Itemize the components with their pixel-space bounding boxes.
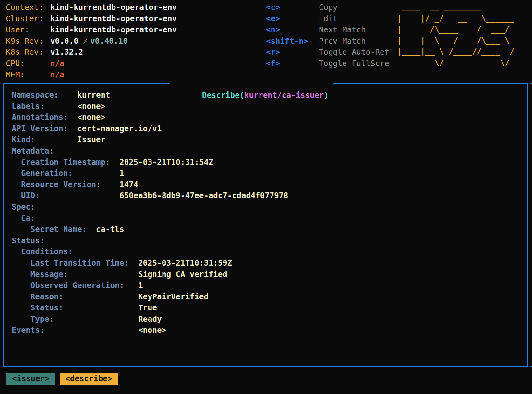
border-edge-tick-bottom xyxy=(530,366,532,367)
shortcut-toggle-autorefresh-key: <r> xyxy=(266,47,319,58)
info-row-k8s-rev: K8s Rev: v1.32.2 xyxy=(6,47,177,58)
info-row-cluster: Cluster: kind-kurrentdb-operator-env xyxy=(6,13,177,25)
describe-content: Namespace: kurrent Labels: <none> Annota… xyxy=(4,84,527,366)
describe-line-uid: UID: 650ea3b6-8db9-47ee-adc7-cdad4f07797… xyxy=(12,190,527,202)
describe-line-kind: Kind: Issuer xyxy=(12,134,527,145)
context-value: kind-kurrentdb-operator-env xyxy=(50,2,177,13)
crumb-issuer[interactable]: <issuer> xyxy=(6,373,55,385)
cpu-label: CPU: xyxy=(6,58,50,69)
shortcut-next-match-action: Next Match xyxy=(319,24,366,36)
logo-line: | | \ / /\___ \ xyxy=(397,35,514,46)
shortcut-menu: <c>Copy <e>Edit <n>Next Match <shift-n>P… xyxy=(266,2,389,69)
logo-line: \/ \/ xyxy=(397,57,514,69)
describe-line-annotations: Annotations: <none> xyxy=(12,112,527,123)
user-value: kind-kurrentdb-operator-env xyxy=(50,24,177,36)
logo-line: | /\____ / ___/ xyxy=(397,24,514,35)
describe-line-type: Type: Ready xyxy=(12,314,527,325)
shortcut-prev-match-key: <shift-n> xyxy=(266,36,319,47)
crumb-describe[interactable]: <describe> xyxy=(60,373,118,385)
describe-line-observed-generation: Observed Generation: 1 xyxy=(12,280,527,291)
describe-line-metadata: Metadata: xyxy=(12,145,527,157)
shortcut-toggle-autorefresh[interactable]: <r>Toggle Auto-Ref xyxy=(266,47,389,58)
shortcut-toggle-fullscreen[interactable]: <f>Toggle FullScre xyxy=(266,58,389,69)
describe-line-generation: Generation: 1 xyxy=(12,168,527,179)
cluster-info: Context: kind-kurrentdb-operator-env Clu… xyxy=(6,2,177,80)
mem-label: MEM: xyxy=(6,69,50,81)
user-label: User: xyxy=(6,24,50,36)
info-row-k9s-rev: K9s Rev: v0.0.0⚡v0.40.10 xyxy=(6,36,177,47)
upgrade-bolt-icon: ⚡ xyxy=(83,36,88,47)
info-row-user: User: kind-kurrentdb-operator-env xyxy=(6,24,177,36)
describe-line-spec: Spec: xyxy=(12,202,527,213)
shortcut-edit-action: Edit xyxy=(319,13,338,25)
shortcut-prev-match[interactable]: <shift-n>Prev Match xyxy=(266,36,389,47)
mem-value: n/a xyxy=(50,69,64,81)
k9s-rev-value: v0.0.0 xyxy=(50,36,79,47)
describe-line-conditions: Conditions: xyxy=(12,246,527,258)
cluster-label: Cluster: xyxy=(6,13,50,25)
shortcut-toggle-fullscreen-action: Toggle FullScre xyxy=(319,58,389,69)
info-row-mem: MEM: n/a xyxy=(6,69,177,81)
describe-line-creation-timestamp: Creation Timestamp: 2025-03-21T10:31:54Z xyxy=(12,157,527,168)
logo-line: | |/ _/ __ \______ xyxy=(397,13,514,24)
describe-line-labels: Labels: <none> xyxy=(12,101,527,112)
k8s-rev-label: K8s Rev: xyxy=(6,47,50,58)
breadcrumb: <issuer> <describe> xyxy=(6,373,118,385)
describe-line-status: Status: xyxy=(12,235,527,247)
describe-line-message: Message: Signing CA verified xyxy=(12,269,527,280)
shortcut-toggle-fullscreen-key: <f> xyxy=(266,58,319,69)
k9s-logo-icon: ____ __ ________ | |/ _/ __ \______ | /\… xyxy=(397,1,514,69)
shortcut-next-match[interactable]: <n>Next Match xyxy=(266,24,389,36)
border-edge-tick-top xyxy=(530,83,532,84)
info-row-cpu: CPU: n/a xyxy=(6,58,177,69)
describe-line-events: Events: <none> xyxy=(12,325,527,336)
describe-line-namespace: Namespace: kurrent xyxy=(12,89,527,101)
describe-line-reason: Reason: KeyPairVerified xyxy=(12,291,527,303)
describe-line-condition-status: Status: True xyxy=(12,302,527,314)
shortcut-copy[interactable]: <c>Copy xyxy=(266,2,389,13)
cluster-value: kind-kurrentdb-operator-env xyxy=(50,13,177,25)
k8s-rev-value: v1.32.2 xyxy=(50,47,83,58)
shortcut-copy-action: Copy xyxy=(319,2,338,13)
shortcut-next-match-key: <n> xyxy=(266,24,319,36)
k9s-upgrade-version: v0.40.10 xyxy=(90,36,128,47)
describe-line-last-transition-time: Last Transition Time: 2025-03-21T10:31:5… xyxy=(12,258,527,269)
cpu-value: n/a xyxy=(50,58,64,69)
describe-panel[interactable]: Describe(kurrent/ca-issuer) Namespace: k… xyxy=(3,83,528,367)
logo-line: |____|__ \ /____//____ / xyxy=(397,46,514,57)
shortcut-prev-match-action: Prev Match xyxy=(319,36,366,47)
shortcut-toggle-autorefresh-action: Toggle Auto-Ref xyxy=(319,47,389,58)
k9s-rev-label: K9s Rev: xyxy=(6,36,50,47)
describe-line-secret-name: Secret Name: ca-tls xyxy=(12,224,527,235)
k9s-screen: Context: kind-kurrentdb-operator-env Clu… xyxy=(0,0,532,394)
logo-line: ____ __ ________ xyxy=(397,1,514,13)
describe-line-api-version: API Version: cert-manager.io/v1 xyxy=(12,123,527,134)
describe-line-resource-version: Resource Version: 1474 xyxy=(12,179,527,191)
describe-line-ca: Ca: xyxy=(12,213,527,224)
shortcut-copy-key: <c> xyxy=(266,2,319,13)
context-label: Context: xyxy=(6,2,50,13)
shortcut-edit[interactable]: <e>Edit xyxy=(266,13,389,25)
info-row-context: Context: kind-kurrentdb-operator-env xyxy=(6,2,177,13)
shortcut-edit-key: <e> xyxy=(266,13,319,25)
